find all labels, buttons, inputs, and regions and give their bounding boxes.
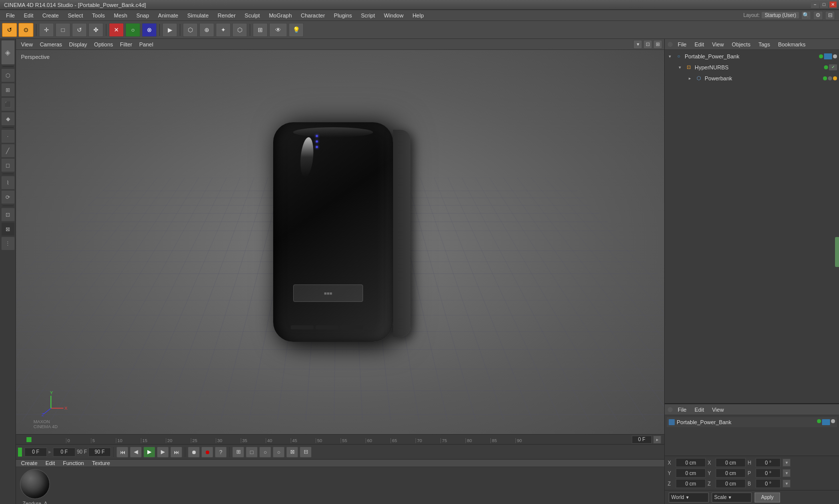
menu-mesh[interactable]: Mesh	[110, 11, 131, 19]
end-frame-input[interactable]	[88, 448, 111, 457]
close-button[interactable]: ✕	[829, 1, 837, 8]
coord-z-pos-input[interactable]	[676, 481, 705, 487]
grid-button[interactable]: ⊞	[253, 23, 268, 37]
viewport-3d[interactable]: Perspective ■■■	[16, 50, 664, 434]
obj-dot-visible[interactable]	[819, 54, 823, 58]
coord-b-arrow[interactable]: ▾	[783, 480, 791, 488]
coord-size-x-input[interactable]	[716, 460, 745, 466]
attr-view-menu[interactable]: View	[709, 406, 727, 413]
obj-row-portable-power-bank[interactable]: ▾ ○ Portable_Power_Bank	[665, 51, 839, 62]
undo-button[interactable]: ↺	[2, 23, 17, 37]
attr-dot-render[interactable]	[822, 419, 830, 425]
menu-animate[interactable]: Animate	[154, 11, 182, 19]
coord-h[interactable]	[756, 458, 781, 467]
attr-edit-menu[interactable]: Edit	[692, 406, 707, 413]
render-button[interactable]: ▶	[162, 23, 177, 37]
model-mode-button[interactable]: ⬡	[1, 68, 15, 82]
menu-character[interactable]: Character	[297, 11, 329, 19]
tool-b-button[interactable]: ⟳	[1, 190, 15, 204]
poly-mode-button[interactable]: ◻	[1, 158, 15, 172]
obj-expand-hypernurbs[interactable]: ▾	[677, 64, 683, 70]
obj-expand-powerbank[interactable]: ▸	[687, 75, 693, 81]
tool-c-button[interactable]: ⊡	[1, 208, 15, 222]
obj-dot-vis-2[interactable]	[824, 65, 828, 69]
coord-h-arrow[interactable]: ▾	[783, 459, 791, 467]
mode-object-button[interactable]: ◈	[1, 40, 15, 65]
menu-file[interactable]: File	[2, 11, 19, 19]
frame-display[interactable]	[632, 436, 652, 444]
light-button[interactable]: ✦	[216, 23, 231, 37]
coord-b-input[interactable]	[756, 481, 780, 487]
viewport-icon-c[interactable]: ⊞	[653, 40, 662, 49]
coord-b[interactable]	[756, 479, 781, 488]
anim-button[interactable]: ○	[259, 447, 271, 458]
viewport-display-menu[interactable]: Display	[66, 41, 90, 48]
menu-select[interactable]: Select	[64, 11, 87, 19]
coord-size-x[interactable]	[716, 458, 746, 467]
obj-view-menu[interactable]: View	[709, 41, 727, 48]
coord-p-arrow[interactable]: ▾	[783, 469, 791, 477]
coord-size-y[interactable]	[716, 469, 746, 478]
x-mode-button[interactable]: ✕	[109, 23, 124, 37]
attr-dot-1[interactable]	[817, 419, 821, 423]
tool-d-button[interactable]: ⊠	[1, 222, 15, 236]
timeline-expand[interactable]: ▸	[653, 436, 661, 444]
attr-dot-active[interactable]	[831, 419, 835, 423]
obj-bookmarks-menu[interactable]: Bookmarks	[775, 41, 809, 48]
play-button[interactable]: ▶	[143, 447, 155, 458]
z-mode-button[interactable]: ⊗	[142, 23, 157, 37]
eye-button[interactable]: 👁	[269, 23, 287, 37]
mat-edit-menu[interactable]: Edit	[42, 460, 58, 467]
tool-e-button[interactable]: ⋮	[1, 237, 15, 251]
motion-button[interactable]: □	[246, 447, 258, 458]
scale-dropdown[interactable]: Scale ▾	[712, 493, 752, 503]
key-button[interactable]: ⊞	[232, 447, 244, 458]
minimize-button[interactable]: −	[811, 1, 819, 8]
coord-h-input[interactable]	[756, 460, 780, 466]
mesh-mode-button[interactable]: ⊞	[1, 83, 15, 97]
go-start-button[interactable]: ⏮	[116, 447, 128, 458]
settings-icon[interactable]: ⚙	[813, 11, 823, 20]
obj-row-hypernurbs[interactable]: ▾ ⊡ HyperNURBS ✓	[665, 62, 839, 73]
camera-button[interactable]: ⬡	[232, 23, 247, 37]
mat-texture-menu[interactable]: Texture	[89, 460, 113, 467]
menu-help[interactable]: Help	[409, 11, 428, 19]
cube-button[interactable]: ⬡	[183, 23, 198, 37]
point-mode-button[interactable]: ·	[1, 129, 15, 143]
y-mode-button[interactable]: ○	[125, 23, 140, 37]
timeline-ruler[interactable]: 0 5 10 15 20 25 30 35 40 45 50 55 60 65 …	[16, 434, 664, 444]
viewport-cameras-menu[interactable]: Cameras	[37, 41, 65, 48]
obj-dot-orange-3[interactable]	[833, 76, 837, 80]
obj-dot-vis-3[interactable]	[823, 76, 827, 80]
menu-sculpt[interactable]: Sculpt	[241, 11, 264, 19]
frame-number-input[interactable]	[24, 448, 47, 457]
viewport-icon-a[interactable]: ▾	[633, 40, 642, 49]
obj-dot-render[interactable]	[824, 53, 832, 59]
mat-function-menu[interactable]: Function	[60, 460, 87, 467]
viewport-panel-menu[interactable]: Panel	[136, 41, 156, 48]
coord-z-pos[interactable]	[676, 479, 706, 488]
obj-tags-menu[interactable]: Tags	[756, 41, 773, 48]
menu-simulate[interactable]: Simulate	[183, 11, 213, 19]
menu-script[interactable]: Script	[357, 11, 379, 19]
viewport-view-menu[interactable]: View	[18, 41, 36, 48]
material-thumbnail[interactable]	[20, 469, 50, 499]
select-mode-button[interactable]: ⊙	[18, 23, 33, 37]
mat-create-menu[interactable]: Create	[18, 460, 40, 467]
maximize-button[interactable]: □	[820, 1, 828, 8]
timeline-btn[interactable]: ⊠	[286, 447, 298, 458]
menu-window[interactable]: Window	[380, 11, 408, 19]
coord-x-pos-input[interactable]	[676, 460, 705, 466]
world-dropdown[interactable]: World ▾	[669, 493, 709, 503]
menu-tools[interactable]: Tools	[88, 11, 109, 19]
frame-offset-input[interactable]	[53, 448, 75, 457]
search-icon[interactable]: 🔍	[801, 11, 811, 20]
prev-frame-button[interactable]: ◀	[130, 447, 142, 458]
viewport-options-menu[interactable]: Options	[91, 41, 116, 48]
obj-dot-render-2[interactable]: ✓	[829, 64, 837, 70]
go-end-button[interactable]: ⏭	[170, 447, 182, 458]
apply-button[interactable]: Apply	[755, 493, 780, 503]
obj-dot-gray-3[interactable]	[828, 76, 832, 80]
sphere-button[interactable]: ⊕	[199, 23, 214, 37]
coord-y-pos-input[interactable]	[676, 471, 705, 476]
